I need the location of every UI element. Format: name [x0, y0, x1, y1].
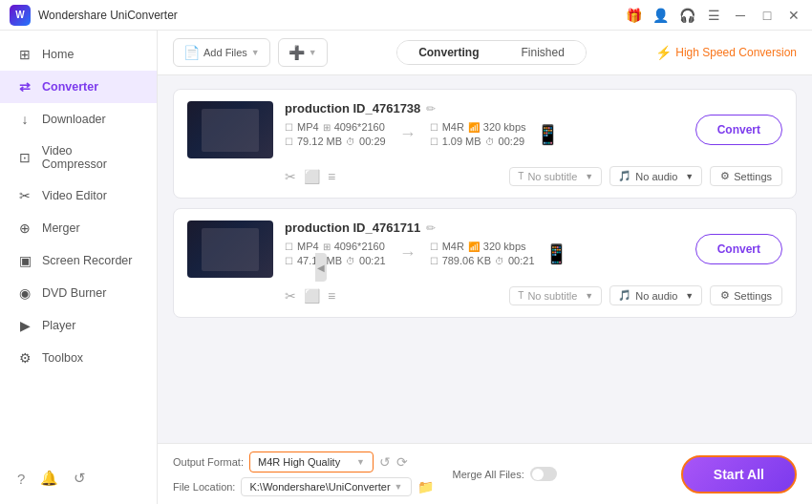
- edit-icon-1[interactable]: ✏: [426, 102, 436, 116]
- notification-icon[interactable]: 🔔: [40, 470, 58, 487]
- dur-icon-1: ⏱: [346, 136, 355, 147]
- to-size-icon-2: ☐: [430, 256, 438, 266]
- file-info-2: production ID_4761711 ✏ ☐ MP4 ⊞ 4096*216…: [285, 220, 684, 266]
- sidebar-item-converter[interactable]: ⇄ Converter: [0, 71, 157, 103]
- meta-to-format-1: ☐ M4R 📶 320 kbps: [430, 121, 526, 133]
- sidebar-label-video-editor: Video Editor: [42, 189, 107, 202]
- downloader-icon: ↓: [17, 112, 32, 127]
- app-title: Wondershare UniConverter: [38, 9, 178, 22]
- sidebar-item-player[interactable]: ▶ Player: [0, 309, 157, 342]
- audio-chevron-1: ▼: [685, 172, 694, 181]
- toolbar: 📄 Add Files ▼ ➕ ▼ Converting Finished ⚡ …: [158, 31, 812, 75]
- file-info-1: production ID_4761738 ✏ ☐ MP4 ⊞ 4096*216…: [285, 101, 684, 147]
- edit-icon-2[interactable]: ✏: [426, 221, 436, 235]
- meta-to-format-2: ☐ M4R 📶 320 kbps: [430, 241, 535, 252]
- converter-icon: ⇄: [17, 79, 32, 94]
- sidebar-item-video-editor[interactable]: ✂ Video Editor: [0, 179, 157, 212]
- sidebar-label-dvd-burner: DVD Burner: [42, 286, 106, 300]
- user-icon[interactable]: 👤: [652, 7, 669, 24]
- to-size-2: 789.06 KB: [442, 255, 491, 266]
- minimize-button[interactable]: ─: [732, 7, 749, 24]
- merge-section: Merge All Files:: [453, 467, 557, 481]
- subtitle-select-1[interactable]: T No subtitle ▼: [509, 167, 602, 186]
- sync-icon[interactable]: ↺: [74, 470, 86, 487]
- crop-icon-1[interactable]: ⬜: [304, 169, 320, 184]
- settings-button-2[interactable]: ⚙ Settings: [710, 285, 782, 305]
- titlebar: W Wondershare UniConverter 🎁 👤 🎧 ☰ ─ □ ✕: [0, 0, 812, 31]
- add-more-button[interactable]: ➕ ▼: [278, 38, 328, 67]
- file-name-row-2: production ID_4761711 ✏: [285, 220, 684, 235]
- headset-icon[interactable]: 🎧: [678, 7, 695, 24]
- sidebar-item-screen-recorder[interactable]: ▣ Screen Recorder: [0, 244, 157, 277]
- thumb-inner-2: [187, 220, 273, 278]
- to-bitrate-icon-2: 📶: [468, 242, 480, 252]
- player-icon: ▶: [17, 318, 32, 333]
- sidebar: ⊞ Home ⇄ Converter ↓ Downloader ⊡ Video …: [0, 31, 158, 504]
- device-icon-1: 📱: [536, 123, 560, 146]
- start-all-button[interactable]: Start All: [681, 455, 797, 494]
- convert-button-2[interactable]: Convert: [695, 234, 782, 264]
- toolbar-left: 📄 Add Files ▼ ➕ ▼: [173, 38, 328, 67]
- cut-icon-2[interactable]: ✂: [285, 288, 296, 304]
- device-icon-area-2: 📱: [545, 242, 568, 265]
- audio-select-2[interactable]: 🎵 No audio ▼: [609, 285, 702, 305]
- sidebar-nav: ⊞ Home ⇄ Converter ↓ Downloader ⊡ Video …: [0, 38, 157, 374]
- sidebar-item-video-compressor[interactable]: ⊡ Video Compressor: [0, 136, 157, 179]
- help-icon[interactable]: ?: [17, 471, 25, 487]
- sidebar-item-home[interactable]: ⊞ Home: [0, 38, 157, 71]
- sidebar-collapse-handle[interactable]: ◀: [315, 253, 327, 282]
- sidebar-item-dvd-burner[interactable]: ◉ DVD Burner: [0, 277, 157, 309]
- crop-icon-2[interactable]: ⬜: [304, 288, 320, 304]
- meta-from-2: ☐ MP4 ⊞ 4096*2160 ☐ 47.14 MB ⏱ 00:21: [285, 241, 386, 266]
- cut-icon-1[interactable]: ✂: [285, 169, 296, 184]
- res-icon-2: ⊞: [323, 242, 331, 252]
- tab-converting[interactable]: Converting: [397, 41, 500, 64]
- sidebar-label-home: Home: [42, 48, 74, 61]
- file-meta-2: ☐ MP4 ⊞ 4096*2160 ☐ 47.14 MB ⏱ 00:21: [285, 241, 684, 266]
- arrow-section-1: →: [386, 124, 430, 144]
- to-size-icon-1: ☐: [430, 136, 438, 147]
- gift-icon[interactable]: 🎁: [625, 7, 642, 24]
- from-duration-2: 00:21: [359, 255, 386, 266]
- menu-icon[interactable]: ☰: [705, 7, 722, 24]
- audio-icon-2: 🎵: [618, 289, 631, 302]
- sidebar-label-downloader: Downloader: [42, 113, 106, 126]
- add-more-dropdown-icon: ▼: [309, 48, 317, 57]
- bottom-right: Start All: [681, 455, 797, 494]
- thumb-silhouette-1: [202, 109, 259, 152]
- open-folder-icon[interactable]: 📁: [417, 479, 434, 494]
- tab-finished[interactable]: Finished: [500, 41, 585, 64]
- format-icon-1: ☐: [285, 122, 293, 133]
- effects-icon-2[interactable]: ≡: [328, 288, 335, 304]
- location-chevron: ▼: [395, 482, 403, 492]
- close-button[interactable]: ✕: [785, 7, 802, 24]
- output-format-select[interactable]: M4R High Quality ▼: [249, 452, 374, 472]
- convert-button-1[interactable]: Convert: [695, 115, 782, 145]
- effects-icon-1[interactable]: ≡: [328, 169, 335, 184]
- sidebar-label-converter: Converter: [42, 80, 98, 94]
- output-format-value: M4R High Quality: [258, 456, 340, 468]
- add-files-icon: 📄: [183, 45, 200, 60]
- subtitle-select-2[interactable]: T No subtitle ▼: [509, 286, 602, 305]
- high-speed-conversion[interactable]: ⚡ High Speed Conversion: [655, 45, 797, 60]
- meta-from-size-1: ☐ 79.12 MB ⏱ 00:29: [285, 136, 386, 147]
- to-bitrate-1: 320 kbps: [483, 121, 526, 133]
- file-location-select[interactable]: K:\Wondershare\UniConverter ▼: [241, 477, 411, 496]
- audio-select-1[interactable]: 🎵 No audio ▼: [609, 166, 702, 186]
- settings-label-1: Settings: [734, 171, 772, 182]
- sidebar-item-downloader[interactable]: ↓ Downloader: [0, 103, 157, 136]
- to-format-2: M4R: [442, 241, 464, 252]
- sidebar-item-merger[interactable]: ⊕ Merger: [0, 212, 157, 244]
- to-duration-2: 00:21: [508, 255, 535, 266]
- maximize-button[interactable]: □: [759, 7, 776, 24]
- refresh-icon-2[interactable]: ⟳: [396, 454, 408, 470]
- sidebar-item-toolbox[interactable]: ⚙ Toolbox: [0, 342, 157, 374]
- settings-button-1[interactable]: ⚙ Settings: [710, 166, 782, 186]
- subtitle-icon-1: T: [518, 171, 524, 181]
- refresh-icon-1[interactable]: ↺: [379, 454, 391, 470]
- refresh-icons: ↺ ⟳: [379, 454, 408, 470]
- add-more-icon: ➕: [288, 45, 305, 60]
- add-files-button[interactable]: 📄 Add Files ▼: [173, 38, 270, 67]
- merge-toggle[interactable]: [530, 467, 557, 481]
- merge-label: Merge All Files:: [453, 469, 524, 480]
